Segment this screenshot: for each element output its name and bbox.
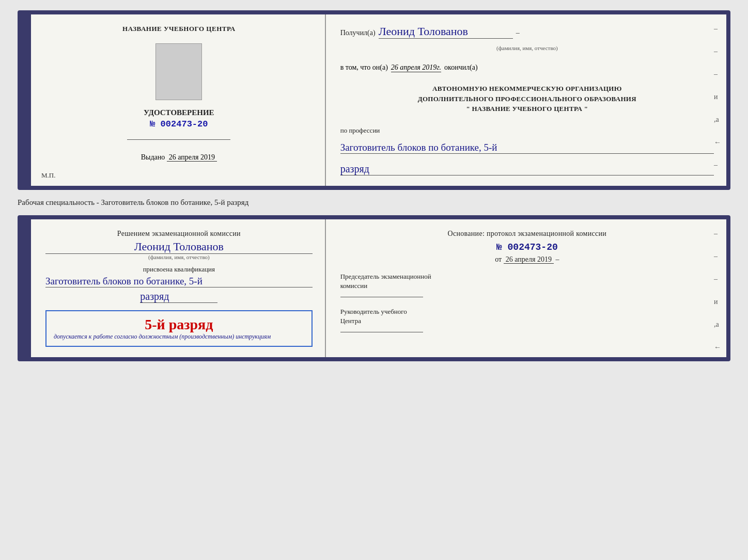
issued-date: 26 апреля 2019	[167, 153, 217, 162]
predsedatel-sig-line	[340, 297, 423, 297]
top-doc-left: НАЗВАНИЕ УЧЕБНОГО ЦЕНТРА УДОСТОВЕРЕНИЕ №…	[31, 14, 326, 186]
bottom-name: Леонид Толованов	[45, 240, 313, 254]
right-dashes-bottom: – – – и ,а ← – – – –	[714, 230, 721, 361]
bottom-doc-left: Решением экзаменационной комиссии Леонид…	[31, 219, 326, 357]
ot-label: от	[495, 255, 502, 263]
right-dashes-top: – – – и ,а ← – – – –	[714, 25, 721, 190]
protocol-number: № 002473-20	[340, 242, 714, 252]
autonomous-block: АВТОНОМНУЮ НЕКОММЕРЧЕСКУЮ ОРГАНИЗАЦИЮ ДО…	[340, 84, 714, 114]
mp-label: М.П.	[41, 171, 55, 180]
resheniem-label: Решением экзаменационной комиссии	[45, 230, 313, 238]
ot-date-block: от 26 апреля 2019 –	[340, 255, 714, 264]
top-profession: Заготовитель блоков по ботанике, 5-й	[340, 142, 714, 154]
autonomous-line3: " НАЗВАНИЕ УЧЕБНОГО ЦЕНТРА "	[340, 104, 714, 114]
rukovoditel-block: Руководитель учебного Центра	[340, 307, 714, 335]
issued-label: Выдано	[141, 153, 165, 161]
po-professii-label: по профессии	[340, 126, 714, 135]
rukovoditel-line1: Руководитель учебного	[340, 307, 714, 316]
bottom-profession: Заготовитель блоков по ботанике, 5-й	[45, 276, 313, 287]
received-name: Леонид Толованов	[379, 25, 513, 39]
bottom-document: Решением экзаменационной комиссии Леонид…	[18, 215, 730, 361]
vtom-date: 26 апреля 2019г.	[391, 63, 441, 72]
bottom-fio-subtitle: (фамилия, имя, отчество)	[45, 254, 313, 260]
top-razryad: разряд	[340, 163, 714, 175]
spine-top	[22, 14, 31, 186]
fio-subtitle-top: (фамилия, имя, отчество)	[340, 45, 714, 51]
cert-title: УДОСТОВЕРЕНИЕ	[144, 108, 214, 117]
rukovoditel-sig-line	[340, 332, 423, 332]
predsedatel-line2: комиссии	[340, 281, 714, 291]
bottom-razryad: разряд	[140, 291, 217, 303]
autonomous-line2: ДОПОЛНИТЕЛЬНОГО ПРОФЕССИОНАЛЬНОГО ОБРАЗО…	[340, 94, 714, 104]
top-center-title: НАЗВАНИЕ УЧЕБНОГО ЦЕНТРА	[122, 25, 236, 33]
top-doc-right: Получил(а) Леонид Толованов – (фамилия, …	[326, 14, 726, 186]
okonchill-label: окончил(а)	[444, 63, 478, 72]
photo-placeholder	[155, 43, 202, 100]
rukovoditel-line2: Центра	[340, 316, 714, 326]
cert-number: № 002473-20	[150, 119, 208, 129]
prisvoena-label: присвоена квалификация	[143, 265, 215, 274]
separator-text: Рабочая специальность - Заготовитель бло…	[18, 198, 730, 207]
spine-bottom	[22, 219, 31, 357]
received-label: Получил(а)	[340, 29, 376, 37]
predsedatel-line1: Председатель экзаменационной	[340, 272, 714, 281]
vtom-block: в том, что он(а) 26 апреля 2019г. окончи…	[340, 63, 714, 72]
predsedatel-block: Председатель экзаменационной комиссии	[340, 272, 714, 300]
dash1: –	[516, 29, 520, 37]
dopuskaetsya: допускается к работе согласно должностны…	[54, 333, 304, 341]
issued-line: Выдано 26 апреля 2019	[141, 153, 217, 162]
osnovanie-label: Основание: протокол экзаменационной коми…	[340, 230, 714, 238]
ot-date-value: 26 апреля 2019	[504, 255, 554, 264]
received-block: Получил(а) Леонид Толованов –	[340, 25, 714, 39]
stamp-box: 5-й разряд допускается к работе согласно…	[45, 310, 313, 347]
bottom-doc-right: Основание: протокол экзаменационной коми…	[326, 219, 726, 357]
autonomous-line1: АВТОНОМНУЮ НЕКОММЕРЧЕСКУЮ ОРГАНИЗАЦИЮ	[340, 84, 714, 94]
vtom-label: в том, что он(а)	[340, 63, 388, 72]
stamp-razryad: 5-й разряд	[54, 316, 304, 333]
top-document: НАЗВАНИЕ УЧЕБНОГО ЦЕНТРА УДОСТОВЕРЕНИЕ №…	[18, 10, 730, 190]
